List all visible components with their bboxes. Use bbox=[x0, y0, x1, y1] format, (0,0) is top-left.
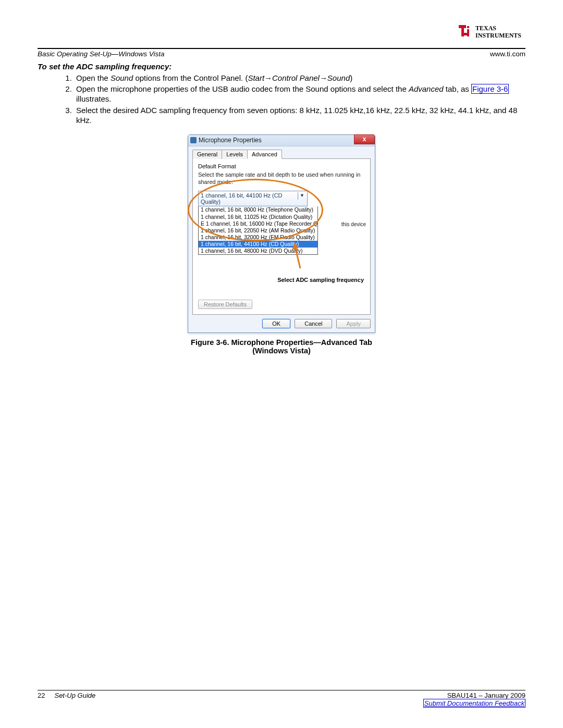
option-11025[interactable]: 1 channel, 16 bit, 11025 Hz (Dictation Q… bbox=[199, 214, 317, 220]
step-1: Open the Sound options from the Control … bbox=[74, 73, 525, 83]
step-1-text-b: options from the Control Panel. ( bbox=[133, 73, 248, 82]
microphone-icon bbox=[190, 137, 197, 143]
svg-rect-4 bbox=[467, 29, 469, 36]
close-button[interactable]: x bbox=[354, 134, 375, 144]
figure-3-6: Microphone Properties x General Levels A… bbox=[188, 134, 375, 355]
advanced-panel: Default Format Select the sample rate an… bbox=[192, 158, 371, 315]
submit-feedback-link[interactable]: Submit Documentation Feedback bbox=[423, 699, 525, 708]
step-3: Select the desired ADC sampling frequenc… bbox=[74, 105, 525, 125]
steps-list: Open the Sound options from the Control … bbox=[74, 73, 525, 125]
option-preface: E bbox=[201, 220, 204, 227]
tab-levels[interactable]: Levels bbox=[222, 150, 248, 159]
sample-rate-option-list[interactable]: 1 channel, 16 bit, 8000 Hz (Telephone Qu… bbox=[198, 206, 318, 255]
dialog-title-bar: Microphone Properties x bbox=[188, 135, 375, 146]
option-44100[interactable]: 1 channel, 16 bit, 44100 Hz (CD Quality) bbox=[199, 241, 317, 248]
page-number: 22 bbox=[38, 692, 45, 699]
figure-link-3-6[interactable]: Figure 3-6 bbox=[471, 84, 509, 94]
footer-guide: Set-Up Guide bbox=[54, 692, 95, 699]
tab-advanced[interactable]: Advanced bbox=[247, 150, 282, 159]
step-2-text-a: Open the microphone properties of the US… bbox=[76, 84, 409, 93]
svg-text:INSTRUMENTS: INSTRUMENTS bbox=[475, 32, 521, 39]
step-1-em1: Sound bbox=[111, 73, 133, 82]
doc-id: SBAU141 – January 2009 bbox=[423, 692, 525, 699]
sample-rate-dropdown[interactable]: 1 channel, 16 bit, 44100 Hz (CD Quality)… bbox=[198, 191, 308, 206]
step-2-text-c: illustrates. bbox=[76, 94, 112, 103]
option-32000[interactable]: 1 channel, 16 bit, 32000 Hz (FM Radio Qu… bbox=[199, 234, 317, 241]
microphone-properties-dialog: Microphone Properties x General Levels A… bbox=[188, 134, 375, 333]
annotation-text: Select ADC sampling frequency bbox=[277, 277, 364, 283]
tab-general[interactable]: General bbox=[192, 150, 222, 159]
default-format-label: Default Format bbox=[198, 163, 365, 169]
option-22050[interactable]: 1 channel, 16 bit, 22050 Hz (AM Radio Qu… bbox=[199, 227, 317, 234]
step-1-em2: Start→Control Panel→Sound bbox=[248, 73, 350, 82]
ok-button[interactable]: OK bbox=[262, 319, 290, 328]
header-rule bbox=[38, 48, 525, 49]
option-8000[interactable]: 1 channel, 16 bit, 8000 Hz (Telephone Qu… bbox=[199, 206, 317, 213]
dropdown-selected: 1 channel, 16 bit, 44100 Hz (CD Quality) bbox=[201, 192, 283, 205]
step-2: Open the microphone properties of the US… bbox=[74, 84, 525, 104]
footer-rule bbox=[38, 690, 525, 690]
default-format-desc: Select the sample rate and bit depth to … bbox=[198, 171, 365, 186]
option-48000[interactable]: 1 channel, 16 bit, 48000 Hz (DVD Quality… bbox=[199, 248, 317, 254]
step-3-text: Select the desired ADC sampling frequenc… bbox=[76, 106, 517, 125]
step-2-text-b: tab, as bbox=[444, 84, 471, 93]
header-line: Basic Operating Set-Up—Windows Vista www… bbox=[38, 50, 525, 58]
step-1-text-c: ) bbox=[350, 73, 352, 82]
page-footer: 22 Set-Up Guide SBAU141 – January 2009 S… bbox=[38, 690, 525, 707]
figure-caption: Figure 3-6. Microphone Properties—Advanc… bbox=[188, 338, 375, 355]
option-16000[interactable]: E 1 channel, 16 bit, 16000 Hz (Tape Reco… bbox=[199, 220, 317, 227]
restore-defaults-button[interactable]: Restore Defaults bbox=[198, 300, 252, 309]
svg-text:TEXAS: TEXAS bbox=[475, 24, 496, 32]
header-right: www.ti.com bbox=[490, 50, 525, 58]
header-left: Basic Operating Set-Up—Windows Vista bbox=[38, 50, 164, 58]
cancel-button[interactable]: Cancel bbox=[295, 319, 332, 328]
ti-logo-svg: TEXAS INSTRUMENTS bbox=[458, 21, 525, 42]
apply-button[interactable]: Apply bbox=[336, 319, 371, 328]
tabs-row: General Levels Advanced bbox=[192, 150, 371, 159]
section-title: To set the ADC sampling frequency: bbox=[38, 62, 525, 71]
step-2-em1: Advanced bbox=[409, 84, 444, 93]
step-1-text-a: Open the bbox=[76, 73, 111, 82]
ti-logo: TEXAS INSTRUMENTS bbox=[458, 21, 525, 43]
dialog-button-row: OK Cancel Apply bbox=[192, 319, 371, 328]
svg-rect-3 bbox=[467, 26, 469, 28]
chevron-down-icon: ▼ bbox=[298, 192, 306, 200]
exclusive-fragment: this device bbox=[341, 221, 366, 227]
dialog-title: Microphone Properties bbox=[199, 137, 262, 144]
option-16000-text: 1 channel, 16 bit, 16000 Hz (Tape Record… bbox=[206, 220, 317, 227]
